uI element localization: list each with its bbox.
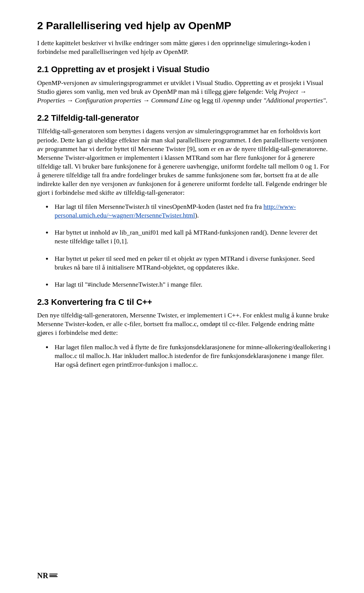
- list-item: Har lagt til filen MersenneTwister.h til…: [55, 202, 331, 220]
- text-run: .: [326, 96, 327, 104]
- logo-text: NR: [37, 571, 49, 580]
- paragraph-2-2: Tilfeldig-tall-generatoren som benyttes …: [37, 127, 331, 197]
- italic-run: "Additional properties": [264, 96, 326, 104]
- intro-paragraph: I dette kapittelet beskriver vi hvilke e…: [37, 39, 331, 56]
- footer-logo: NR: [37, 571, 58, 580]
- list-item: Har lagt til "#include MersenneTwister.h…: [55, 280, 331, 289]
- italic-run: /openmp: [222, 96, 245, 104]
- paragraph-2-1: OpenMP-versjonen av simuleringsprogramme…: [37, 79, 331, 105]
- list-item: Har laget filen malloc.h ved å flytte de…: [55, 343, 331, 369]
- bullet-list-2-2: Har lagt til filen MersenneTwister.h til…: [37, 202, 331, 289]
- text-run: Har lagt til filen MersenneTwister.h til…: [55, 203, 264, 210]
- text-run: ).: [195, 211, 199, 219]
- text-run: under: [245, 96, 264, 104]
- heading-2-1: 2.1 Oppretting av et prosjekt i Visual S…: [37, 65, 331, 74]
- heading-2-3: 2.3 Konvertering fra C til C++: [37, 297, 331, 307]
- heading-2-2: 2.2 Tilfeldig-tall-generator: [37, 113, 331, 123]
- heading-chapter-2: 2 Parallellisering ved hjelp av OpenMP: [37, 20, 331, 32]
- bullet-list-2-3: Har laget filen malloc.h ved å flytte de…: [37, 343, 331, 369]
- document-page: 2 Parallellisering ved hjelp av OpenMP I…: [0, 0, 364, 593]
- text-run: og legg til: [192, 96, 222, 104]
- logo-wave-icon: [49, 573, 58, 579]
- paragraph-2-3: Den nye tilfeldig-tall-generatoren, Mers…: [37, 311, 331, 337]
- list-item: Har byttet ut innhold av lib_ran_unif01 …: [55, 228, 331, 246]
- list-item: Har byttet ut peker til seed med en peke…: [55, 254, 331, 272]
